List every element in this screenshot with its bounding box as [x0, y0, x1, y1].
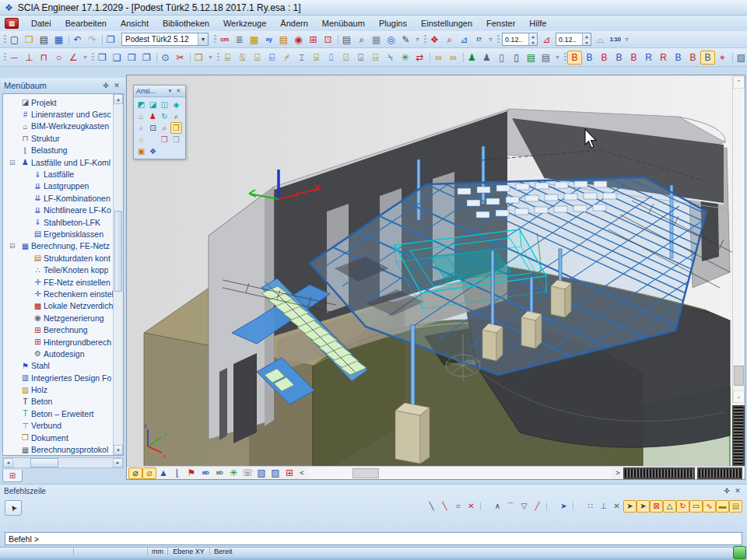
- snap-rotate-icon[interactable]: ↻: [676, 500, 689, 513]
- library-icon[interactable]: ❒: [191, 51, 206, 65]
- member-rib-icon[interactable]: ⌿: [279, 51, 294, 65]
- docs-icon[interactable]: ▤: [524, 51, 538, 65]
- model-3d[interactable]: z Y x: [127, 75, 733, 466]
- snap-circle-icon[interactable]: ○: [451, 500, 465, 513]
- view-settings-icon[interactable]: ❖: [147, 145, 159, 157]
- new-icon[interactable]: ▢: [7, 33, 22, 47]
- menu-bibliotheken[interactable]: Bibliotheken: [156, 17, 216, 30]
- overflow-icon[interactable]: ▿: [81, 51, 89, 65]
- mesh-ball-icon[interactable]: ◉: [291, 33, 306, 47]
- copy-icon[interactable]: ❐: [95, 51, 110, 65]
- angle-icon[interactable]: ⌓: [593, 33, 608, 47]
- menu-aendern[interactable]: Ändern: [273, 17, 314, 30]
- view-x-icon[interactable]: ◩: [135, 99, 147, 110]
- member-refresh-icon[interactable]: ✳: [398, 51, 412, 65]
- zoom-out-icon[interactable]: ⌕: [135, 122, 147, 134]
- angle-tolerance-spinner[interactable]: 0.12.. ▴▾: [556, 33, 591, 46]
- view-palette-header[interactable]: Ansi... ▾ ✕: [134, 86, 185, 97]
- move-icon[interactable]: ❒: [124, 51, 139, 65]
- mesh-grid-icon[interactable]: ⊞: [306, 33, 321, 47]
- dim-snap-icon[interactable]: ⊿: [539, 33, 554, 47]
- tree-item[interactable]: ⇓ Stahlbeton-LFK: [3, 216, 123, 228]
- snap-table-icon[interactable]: ▤: [729, 500, 742, 513]
- snap-angle-icon[interactable]: ∧: [491, 500, 504, 513]
- support-fixed-icon[interactable]: B: [567, 51, 582, 65]
- print-icon[interactable]: ▤: [339, 33, 354, 47]
- tree-item[interactable]: ▤ Strukturdaten kont: [3, 252, 123, 264]
- storage2-icon[interactable]: ▯: [509, 51, 524, 65]
- support-wall-icon[interactable]: B: [686, 51, 700, 65]
- copy-multi-icon[interactable]: ❑: [110, 51, 124, 65]
- chart-ruler-icon[interactable]: ⊿: [457, 33, 472, 47]
- tree-item[interactable]: ◪ Projekt: [3, 96, 123, 108]
- tree-item[interactable]: ▥ Holz: [3, 383, 123, 395]
- draw-dim2-icon[interactable]: ⊓: [37, 51, 51, 65]
- viewport-horizontal-scrollbar[interactable]: [307, 467, 612, 479]
- view-y-icon[interactable]: ◪: [147, 99, 159, 110]
- save-icon[interactable]: ▦: [51, 33, 66, 47]
- snap-ortho-icon[interactable]: △: [663, 500, 676, 513]
- snap-ruler-icon[interactable]: ▬: [716, 500, 729, 513]
- storage-icon[interactable]: ▯: [494, 51, 509, 65]
- snap-tolerance-spinner[interactable]: 0.12.. ▴▾: [502, 33, 538, 46]
- tree-item[interactable]: ⚑ Stahl: [3, 360, 123, 372]
- spinner-down-icon[interactable]: ▾: [583, 40, 591, 46]
- tree-item[interactable]: ▥ Integriertes Design Fo: [3, 372, 123, 383]
- render-surface-icon[interactable]: ⌀: [128, 467, 142, 479]
- snap-point-icon[interactable]: ╲: [438, 500, 451, 513]
- hinge-free-icon[interactable]: R: [656, 51, 671, 65]
- snap-tangent-icon[interactable]: ⌒: [504, 500, 517, 513]
- tree-item[interactable]: ⊓ Struktur: [3, 132, 123, 144]
- menu-fenster[interactable]: Fenster: [479, 17, 522, 30]
- pin-icon[interactable]: ✜: [721, 485, 732, 496]
- member-node-icon[interactable]: ⌷: [324, 51, 338, 65]
- draw-line-icon[interactable]: ─: [7, 51, 22, 65]
- view-point-icon[interactable]: ⌂: [135, 110, 147, 122]
- overflow-icon[interactable]: ▿: [206, 51, 215, 65]
- tree-item[interactable]: ⌊ Belastung: [3, 145, 123, 156]
- tree-item[interactable]: ⌂ BIM-Werkzeugkasten: [3, 121, 123, 132]
- docs2-icon[interactable]: ▤: [538, 51, 553, 65]
- units-icon[interactable]: cm: [217, 33, 232, 47]
- support-stiffness-icon[interactable]: B: [700, 51, 715, 65]
- support-point-icon[interactable]: B: [626, 51, 641, 65]
- tree-tab[interactable]: ⊞: [2, 470, 23, 482]
- tree-item[interactable]: # Linienraster und Gesc: [3, 108, 123, 120]
- glasses-plus-icon[interactable]: ∞: [446, 51, 461, 65]
- vertical-pan-bar[interactable]: [732, 405, 745, 466]
- scroll-left-icon[interactable]: ◄: [3, 458, 13, 467]
- tree-item[interactable]: ▩ Lokale Netzverdich: [3, 300, 123, 312]
- scroll-left-icon[interactable]: <: [296, 467, 307, 479]
- scroll-up-icon[interactable]: ⌃: [733, 76, 745, 89]
- draw-dim-icon[interactable]: ⊥: [22, 51, 37, 65]
- cut-icon[interactable]: ✂: [173, 51, 188, 65]
- menu-datei[interactable]: Datei: [24, 17, 58, 30]
- connect-nodes-icon[interactable]: ♟: [465, 51, 479, 65]
- section-info-icon[interactable]: I?: [472, 33, 486, 47]
- support-line-icon[interactable]: B: [612, 51, 626, 65]
- zoom-in-icon[interactable]: ⌕: [170, 110, 182, 122]
- show-section-icon[interactable]: ☏: [240, 467, 254, 479]
- catalog-icon[interactable]: ▦: [247, 33, 261, 47]
- snap-zigzag-icon[interactable]: ∿: [703, 500, 716, 513]
- tree-item[interactable]: ▦ Berechnungsprotokol: [3, 443, 123, 455]
- frame-icon[interactable]: ⊡: [321, 33, 335, 47]
- tree-item[interactable]: ⊟ ▦ Berechnung, FE-Netz: [3, 240, 123, 252]
- tree-item[interactable]: ⊞ Berechnung: [3, 324, 123, 335]
- tree-item[interactable]: ❒ Dokument: [3, 432, 123, 443]
- snap-segment-icon[interactable]: ╱: [531, 500, 544, 513]
- member-column-icon[interactable]: ⌻: [250, 51, 265, 65]
- tree-item[interactable]: ⚙ Autodesign: [3, 348, 123, 359]
- snap-line-icon[interactable]: ╲: [425, 500, 438, 513]
- view-axo-icon[interactable]: ◈: [170, 99, 182, 110]
- overflow-icon[interactable]: ▿: [622, 33, 631, 47]
- menu-bearbeiten[interactable]: Bearbeiten: [58, 17, 114, 30]
- spinner-up-icon[interactable]: ▴: [583, 33, 591, 40]
- snap-intersect-icon[interactable]: ⊠: [650, 500, 663, 513]
- tree-item[interactable]: ⊞ Hintergrundberech: [3, 336, 123, 348]
- tree-item[interactable]: T Beton: [3, 396, 123, 408]
- scroll-down-icon[interactable]: ▼: [114, 445, 123, 455]
- member-beam-icon[interactable]: ⍂: [235, 51, 250, 65]
- tree-item[interactable]: ✛ FE-Netz einstellen: [3, 276, 123, 288]
- snap-plane-icon[interactable]: ▽: [517, 500, 531, 513]
